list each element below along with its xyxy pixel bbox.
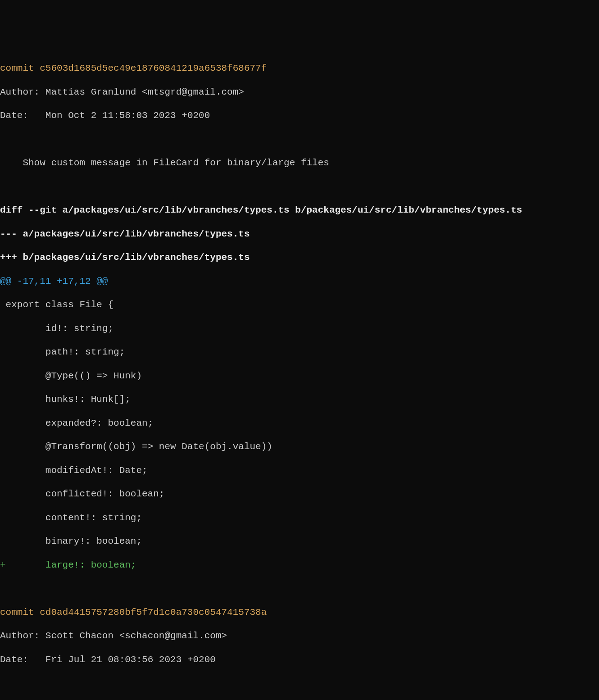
context-line: content!: string;: [0, 512, 599, 524]
commit-hash: c5603d1685d5ec49e18760841219a6538f68677f: [40, 63, 267, 73]
commit-line: commit c5603d1685d5ec49e18760841219a6538…: [0, 63, 599, 74]
context-line: expanded?: boolean;: [0, 418, 599, 429]
context-line: @Transform((obj) => new Date(obj.value)): [0, 441, 599, 453]
context-line: hunks!: Hunk[];: [0, 394, 599, 405]
date-label: Date:: [0, 655, 45, 665]
date-label: Date:: [0, 110, 45, 121]
blank-line: [0, 181, 599, 193]
context-line: id!: string;: [0, 323, 599, 335]
context-line: modifiedAt!: Date;: [0, 465, 599, 477]
author-value: Scott Chacon <schacon@gmail.com>: [45, 631, 227, 641]
context-line: conflicted!: boolean;: [0, 488, 599, 500]
added-line: + large!: boolean;: [0, 559, 599, 571]
diff-header: diff --git a/packages/ui/src/lib/vbranch…: [0, 205, 599, 216]
commit-message: Show custom message in FileCard for bina…: [0, 157, 599, 169]
commit-line: commit cd0ad4415757280bf5f7d1c0a730c0547…: [0, 607, 599, 618]
diff-header-minus: --- a/packages/ui/src/lib/vbranches/type…: [0, 228, 599, 240]
date-line: Date: Mon Oct 2 11:58:03 2023 +0200: [0, 110, 599, 122]
commit-hash: cd0ad4415757280bf5f7d1c0a730c0547415738a: [40, 607, 267, 618]
context-line: @Type(() => Hunk): [0, 370, 599, 382]
context-line: export class File {: [0, 299, 599, 311]
author-value: Mattias Granlund <mtsgrd@gmail.com>: [45, 87, 244, 97]
diff-header-plus: +++ b/packages/ui/src/lib/vbranches/type…: [0, 252, 599, 264]
blank-line: [0, 134, 599, 145]
date-line: Date: Fri Jul 21 08:03:56 2023 +0200: [0, 654, 599, 666]
terminal-output: commit c5603d1685d5ec49e18760841219a6538…: [0, 47, 599, 700]
blank-line: [0, 677, 599, 689]
blank-line: [0, 583, 599, 595]
commit-label: commit: [0, 607, 40, 618]
date-value: Fri Jul 21 08:03:56 2023 +0200: [45, 655, 216, 665]
hunk-header: @@ -17,11 +17,12 @@: [0, 276, 599, 287]
author-line: Author: Mattias Granlund <mtsgrd@gmail.c…: [0, 86, 599, 98]
date-value: Mon Oct 2 11:58:03 2023 +0200: [45, 110, 210, 121]
author-line: Author: Scott Chacon <schacon@gmail.com>: [0, 630, 599, 642]
context-line: path!: string;: [0, 346, 599, 358]
commit-label: commit: [0, 63, 40, 73]
context-line: binary!: boolean;: [0, 536, 599, 547]
author-label: Author:: [0, 631, 45, 641]
author-label: Author:: [0, 87, 45, 97]
